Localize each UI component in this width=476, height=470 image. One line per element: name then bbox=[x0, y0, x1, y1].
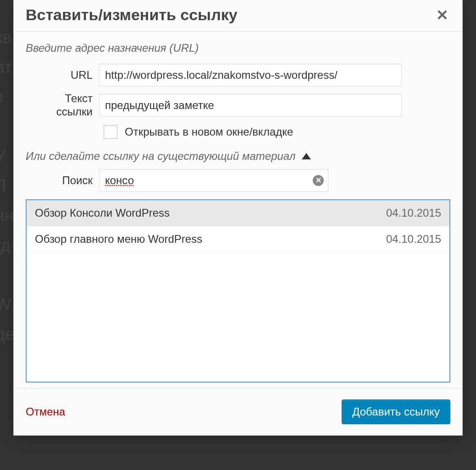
link-text-input[interactable] bbox=[99, 94, 402, 117]
chevron-up-icon bbox=[302, 153, 311, 159]
search-input-wrap: ✕ bbox=[99, 169, 328, 192]
dialog-title: Вставить/изменить ссылку bbox=[26, 6, 238, 24]
link-text-label: Текст ссылки bbox=[26, 92, 99, 119]
new-tab-row: Открывать в новом окне/вкладке bbox=[104, 125, 450, 139]
search-result-item[interactable]: Обзор главного меню WordPress04.10.2015 bbox=[27, 226, 449, 252]
dialog-footer: Отмена Добавить ссылку bbox=[14, 388, 462, 435]
url-label: URL bbox=[26, 69, 99, 82]
result-date: 04.10.2015 bbox=[386, 233, 441, 246]
dialog-header: Вставить/изменить ссылку ✕ bbox=[14, 0, 462, 32]
clear-search-icon[interactable]: ✕ bbox=[313, 175, 324, 186]
existing-content-label: Или сделайте ссылку на существующий мате… bbox=[26, 150, 295, 163]
url-input[interactable] bbox=[99, 64, 402, 87]
url-section-label: Введите адрес назначения (URL) bbox=[26, 42, 450, 55]
new-tab-checkbox[interactable] bbox=[104, 125, 117, 139]
close-icon[interactable]: ✕ bbox=[434, 6, 450, 24]
search-label: Поиск bbox=[26, 174, 99, 187]
search-result-item[interactable]: Обзор Консоли WordPress04.10.2015 bbox=[27, 200, 449, 226]
search-input[interactable] bbox=[99, 169, 328, 192]
link-text-label-line1: Текст bbox=[26, 92, 93, 105]
result-title: Обзор Консоли WordPress bbox=[35, 207, 170, 219]
add-link-button[interactable]: Добавить ссылку bbox=[342, 399, 450, 424]
link-text-label-line2: ссылки bbox=[26, 105, 93, 119]
dialog-body: Введите адрес назначения (URL) URL Текст… bbox=[14, 32, 462, 388]
existing-content-toggle[interactable]: Или сделайте ссылку на существующий мате… bbox=[26, 150, 450, 163]
cancel-button[interactable]: Отмена bbox=[26, 405, 65, 418]
result-title: Обзор главного меню WordPress bbox=[35, 233, 202, 246]
link-text-row: Текст ссылки bbox=[26, 92, 450, 119]
insert-link-dialog: Вставить/изменить ссылку ✕ Введите адрес… bbox=[13, 0, 463, 436]
url-row: URL bbox=[26, 64, 450, 87]
result-date: 04.10.2015 bbox=[386, 207, 441, 219]
new-tab-label: Открывать в новом окне/вкладке bbox=[125, 126, 293, 138]
search-results-list: Обзор Консоли WordPress04.10.2015Обзор г… bbox=[26, 199, 450, 383]
search-row: Поиск ✕ bbox=[26, 169, 450, 192]
